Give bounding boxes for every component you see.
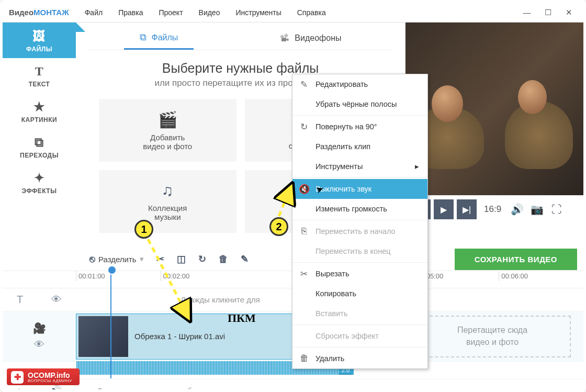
ctx-icon: ✎ — [292, 79, 315, 90]
music-track[interactable]: ♪🔊 Дважды кликните для добавления музыки — [3, 379, 583, 392]
volume-icon[interactable]: 🔊 — [49, 385, 62, 393]
clip-label: Обрезка 1 - Шурик 01.avi — [134, 332, 225, 341]
sidebar: 🖼 ФАЙЛЫ T ТЕКСТ ★ КАРТИНКИ ⧉ ПЕРЕХОДЫ ✦ … — [3, 23, 76, 248]
playhead[interactable] — [110, 268, 111, 378]
text-icon: T — [35, 64, 44, 79]
ctx-item[interactable]: Копировать — [292, 284, 427, 304]
ctx-item: Переместить в конец — [292, 241, 427, 261]
ctx-icon: ✂ — [292, 268, 315, 279]
close-button[interactable]: ✕ — [558, 5, 579, 20]
menubar: Файл Правка Проект Видео Инструменты Спр… — [77, 5, 333, 20]
video-dropzone[interactable]: Перетащите сюдавидео и фото — [414, 316, 571, 357]
annotation-marker-2: 2 — [269, 217, 288, 236]
sidebar-transitions[interactable]: ⧉ ПЕРЕХОДЫ — [3, 129, 76, 164]
split-button[interactable]: ⎋Разделить▾ — [84, 252, 149, 267]
ctx-label: Удалить — [315, 354, 344, 363]
ctx-item[interactable]: Разделить клип — [292, 137, 427, 156]
menu-project[interactable]: Проект — [151, 5, 190, 20]
wand-icon: ✦ — [34, 171, 45, 185]
rotate-button[interactable]: ↻ — [193, 251, 211, 267]
ctx-item[interactable]: Убрать чёрные полосы — [292, 94, 427, 114]
ctx-label: Вставить — [315, 309, 347, 318]
video-track-icon: 🎥 — [33, 322, 46, 334]
scissors-icon: ✂ — [156, 253, 164, 265]
annotation-text-pkm: ПКМ — [228, 311, 256, 325]
menu-video[interactable]: Видео — [191, 5, 228, 20]
volume-icon[interactable]: 🔊 — [509, 201, 525, 218]
ctx-label: Разделить клип — [315, 142, 370, 151]
ctx-label: Сбросить эффект — [315, 332, 379, 340]
crop-button[interactable]: ◫ — [172, 251, 191, 267]
tab-backgrounds[interactable]: 📽Видеофоны — [264, 27, 357, 50]
maximize-button[interactable]: ☐ — [537, 5, 558, 20]
menu-file[interactable]: Файл — [77, 5, 110, 20]
context-menu: ✎РедактироватьУбрать чёрные полосы↻Повер… — [292, 74, 428, 369]
text-track-hint: Дважды кликните для — [76, 295, 260, 304]
ctx-item[interactable]: 🗑Удалить — [292, 349, 427, 368]
tile-music[interactable]: ♫ Коллекция музыки — [99, 170, 236, 233]
pencil-icon: ✎ — [241, 253, 249, 265]
save-video-button[interactable]: СОХРАНИТЬ ВИДЕО — [455, 249, 577, 270]
play-button[interactable]: ▶ — [434, 199, 454, 219]
cut-button[interactable]: ✂ — [151, 251, 170, 267]
ctx-label: Изменить громкость — [315, 205, 387, 213]
delete-button[interactable]: 🗑 — [213, 252, 233, 267]
annotation-marker-1: 1 — [134, 220, 153, 239]
playback-controls: |◀ ▶ ▶| 16:9 🔊 📷 ⛶ — [405, 195, 583, 223]
music-track-hint: Дважды кликните для добавления музыки — [76, 386, 251, 392]
ctx-item[interactable]: 🔇Выключить звук — [292, 179, 427, 199]
layers-icon: ⧉ — [35, 135, 44, 150]
minimize-button[interactable]: — — [516, 5, 537, 20]
ctx-item[interactable]: ↻Повернуть на 90° — [292, 117, 427, 137]
ctx-item: ⎘Переместить в начало — [292, 221, 427, 241]
sidebar-effects[interactable]: ✦ ЭФФЕКТЫ — [3, 164, 76, 200]
ctx-item: Вставить — [292, 304, 427, 323]
ctx-label: Убрать чёрные полосы — [315, 100, 397, 108]
rotate-icon: ↻ — [198, 253, 206, 265]
trash-icon: 🗑 — [219, 254, 228, 265]
text-track-icon: T — [17, 294, 23, 306]
ctx-label: Копировать — [315, 289, 356, 298]
files-tabs: ⧉Файлы 📽Видеофоны — [88, 27, 392, 50]
crop-icon: ◫ — [177, 253, 186, 265]
clapper-icon: 🎬 — [158, 110, 177, 129]
aspect-ratio[interactable]: 16:9 — [484, 204, 501, 215]
snapshot-icon[interactable]: 📷 — [528, 201, 545, 218]
edit-button[interactable]: ✎ — [235, 251, 254, 267]
video-preview — [405, 23, 583, 195]
ctx-item[interactable]: ✂Вырезать — [292, 264, 427, 284]
menu-edit[interactable]: Правка — [111, 5, 150, 20]
fullscreen-icon[interactable]: ⛶ — [548, 201, 565, 218]
photo-icon: ⧉ — [140, 32, 146, 43]
ctx-item[interactable]: Изменить громкость — [292, 199, 427, 219]
ctx-item[interactable]: Инструменты▸ — [292, 156, 427, 176]
sidebar-pictures[interactable]: ★ КАРТИНКИ — [3, 93, 76, 129]
ctx-item[interactable]: ✎Редактировать — [292, 74, 427, 94]
split-icon: ⎋ — [89, 254, 95, 265]
preview-pane: |◀ ▶ ▶| 16:9 🔊 📷 ⛶ — [405, 23, 583, 248]
sidebar-text[interactable]: T ТЕКСТ — [3, 58, 76, 93]
app-logo: ВидеоМОНТАЖ — [7, 8, 77, 17]
tile-add-media[interactable]: 🎬 Добавить видео и фото — [99, 99, 236, 162]
ctx-item: Сбросить эффект — [292, 326, 427, 346]
menu-help[interactable]: Справка — [290, 5, 333, 20]
ctx-label: Переместить в начало — [315, 227, 396, 236]
ctx-label: Вырезать — [315, 270, 350, 278]
tab-files[interactable]: ⧉Файлы — [124, 27, 194, 50]
menu-tools[interactable]: Инструменты — [228, 5, 288, 20]
chevron-right-icon: ▸ — [415, 162, 419, 171]
camera-icon: 📽 — [280, 33, 289, 44]
ctx-icon: ↻ — [292, 121, 315, 132]
eye-icon[interactable]: 👁 — [51, 294, 62, 306]
ctx-label: Редактировать — [315, 80, 368, 88]
music-icon: ♫ — [162, 182, 174, 199]
music-track-icon: ♪ — [16, 385, 21, 392]
ctx-label: Повернуть на 90° — [315, 122, 377, 131]
clip-thumbnail — [78, 316, 128, 357]
eye-icon[interactable]: 👁 — [34, 339, 44, 351]
ctx-label: Переместить в конец — [315, 247, 391, 255]
next-frame-button[interactable]: ▶| — [457, 199, 477, 219]
ctx-icon: ⎘ — [292, 226, 315, 237]
sidebar-files[interactable]: 🖼 ФАЙЛЫ — [3, 23, 76, 58]
watermark-badge: OCOMP.infoВОПРОСЫ АДМИНУ — [7, 368, 80, 385]
